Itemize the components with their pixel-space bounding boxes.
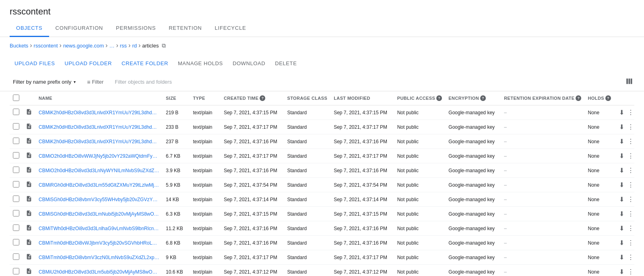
name-col-header[interactable]: Name	[35, 91, 163, 105]
row-checkbox[interactable]	[13, 167, 19, 173]
row-more-button[interactable]: ⋮	[627, 180, 635, 189]
filter-chip[interactable]: ≡ Filter	[84, 77, 107, 87]
row-more-button[interactable]: ⋮	[627, 267, 635, 276]
row-download-button[interactable]: ⬇	[617, 253, 626, 262]
filter-dropdown[interactable]: Filter by name prefix only ▾	[10, 77, 79, 87]
row-download-button[interactable]: ⬇	[617, 137, 626, 146]
upload-folder-button[interactable]: UPLOAD FOLDER	[60, 57, 117, 70]
row-checkbox[interactable]	[13, 181, 19, 187]
modified-col-header[interactable]: Last modified	[330, 91, 394, 105]
row-more-button[interactable]: ⋮	[627, 122, 635, 132]
row-actions-cell[interactable]: ⬇ ⋮	[614, 105, 634, 119]
row-more-button[interactable]: ⋮	[627, 224, 635, 233]
row-checkbox-cell[interactable]	[10, 192, 23, 207]
manage-holds-button[interactable]: MANAGE HOLDS	[173, 57, 228, 70]
created-col-header[interactable]: Created time ?	[221, 91, 284, 105]
holds-help-icon[interactable]: ?	[605, 95, 611, 101]
row-name-link[interactable]: CBMiRGh0dHBzOi8vd3d3Lm55dGltZXMuY29tLzlw…	[39, 182, 159, 188]
row-more-button[interactable]: ⋮	[627, 137, 635, 146]
upload-files-button[interactable]: UPLOAD FILES	[10, 57, 60, 70]
row-actions-cell[interactable]: ⬇ ⋮	[614, 250, 634, 264]
row-more-button[interactable]: ⋮	[627, 108, 635, 117]
row-name-cell[interactable]: CBMiK2h0dHBzOi8vd3d3LnlvdXR1YmUuY29tL3dh…	[35, 134, 163, 149]
row-download-button[interactable]: ⬇	[617, 108, 626, 117]
row-checkbox-cell[interactable]	[10, 221, 23, 236]
row-checkbox-cell[interactable]	[10, 265, 23, 276]
row-download-button[interactable]: ⬇	[617, 267, 626, 276]
row-name-link[interactable]: CBMiK2h0dHBzOi8vd3d3LnlvdXR1YmUuY29tL3dh…	[39, 110, 159, 115]
tab-permissions[interactable]: PERMISSIONS	[109, 20, 162, 37]
ret-col-header[interactable]: Retention expiration date ?	[501, 91, 584, 105]
row-download-button[interactable]: ⬇	[617, 195, 626, 204]
row-download-button[interactable]: ⬇	[617, 151, 626, 161]
created-help-icon[interactable]: ?	[260, 95, 265, 101]
row-more-button[interactable]: ⋮	[627, 253, 635, 262]
tab-configuration[interactable]: CONFIGURATION	[49, 20, 110, 37]
access-col-header[interactable]: Public access ?	[394, 91, 446, 105]
row-name-cell[interactable]: CBMiU2h0dHBzOi8vd3d3Lm5ubi5jb20vMjAyMS8w…	[35, 265, 163, 276]
select-all-checkbox[interactable]	[13, 95, 19, 101]
breadcrumb-rss[interactable]: rss	[120, 43, 127, 49]
row-name-cell[interactable]: CBMiO2h0dHBzOi8vd3d3LnNyWYNILmNvbS9uZXdZ…	[35, 163, 163, 178]
row-checkbox-cell[interactable]	[10, 105, 23, 120]
row-name-cell[interactable]: CBMiTmh0dHBzOi8vWJjbmV3cy5jb20vSGVhbHRoL…	[35, 236, 163, 250]
row-more-button[interactable]: ⋮	[627, 209, 635, 218]
row-download-button[interactable]: ⬇	[617, 166, 626, 175]
row-name-cell[interactable]: CBMiSGh0dHBzOi8vbmV3cy55WHvby5jb20vZGVzY…	[35, 192, 163, 207]
row-name-link[interactable]: CBMiK2h0dHBzOi8vd3d3LnlvdXR1YmUuY29tL3dh…	[39, 139, 159, 144]
row-more-button[interactable]: ⋮	[627, 238, 635, 247]
row-checkbox[interactable]	[13, 138, 19, 144]
holds-col-header[interactable]: Holds ?	[584, 91, 614, 105]
row-name-link[interactable]: CBMiSGh0dHBzOi8vbmV3cy55WHvby5jb20vZGVzY…	[39, 197, 159, 202]
row-actions-cell[interactable]: ⬇ ⋮	[614, 207, 634, 221]
row-name-link[interactable]: CBMiK2h0dHBzOi8vd3d3LnlvdXR1YmUuY29tL3dh…	[39, 124, 159, 130]
type-col-header[interactable]: Type	[190, 91, 220, 105]
row-name-cell[interactable]: CBMiK2h0dHBzOi8vd3d3LnlvdXR1YmUuY29tL3dh…	[35, 105, 163, 120]
row-name-link[interactable]: CBMiO2h0dHBzOi8vd3d3LnNyWYNILmNvbS9uZXdZ…	[39, 168, 159, 173]
breadcrumb-dotdot[interactable]: …	[109, 43, 114, 49]
row-download-button[interactable]: ⬇	[617, 238, 626, 247]
copy-path-icon[interactable]: ⧉	[162, 42, 166, 49]
row-checkbox-cell[interactable]	[10, 207, 23, 221]
create-folder-button[interactable]: CREATE FOLDER	[117, 57, 173, 70]
row-checkbox[interactable]	[13, 152, 19, 159]
row-checkbox-cell[interactable]	[10, 120, 23, 134]
row-actions-cell[interactable]: ⬇ ⋮	[614, 265, 634, 276]
breadcrumb-buckets[interactable]: Buckets	[10, 43, 28, 49]
row-more-button[interactable]: ⋮	[627, 151, 635, 161]
row-checkbox-cell[interactable]	[10, 163, 23, 178]
row-checkbox[interactable]	[13, 239, 19, 245]
row-name-cell[interactable]: CBMiK2h0dHBzOi8vd3d3LnlvdXR1YmUuY29tL3dh…	[35, 120, 163, 134]
row-name-link[interactable]: CBMiO2h0dHBzOi8vWWJjNy5jb20vY292aWQtdmFy…	[39, 153, 159, 159]
row-more-button[interactable]: ⋮	[627, 166, 635, 175]
row-checkbox-cell[interactable]	[10, 178, 23, 192]
row-checkbox[interactable]	[13, 123, 19, 130]
row-name-link[interactable]: CBMiU2h0dHBzOi8vd3d3Lm5ubi5jb20vMjAyMS8w…	[39, 269, 159, 275]
row-download-button[interactable]: ⬇	[617, 224, 626, 233]
row-name-link[interactable]: CBMiTmh0dHBzOi8vWJjbmV3cy5jb20vSGVhbHRoL…	[39, 240, 159, 246]
row-checkbox-cell[interactable]	[10, 250, 23, 265]
download-button[interactable]: DOWNLOAD	[228, 57, 270, 70]
row-checkbox[interactable]	[13, 196, 19, 202]
row-actions-cell[interactable]: ⬇ ⋮	[614, 178, 634, 192]
row-actions-cell[interactable]: ⬇ ⋮	[614, 192, 634, 206]
storage-col-header[interactable]: Storage class	[284, 91, 330, 105]
row-name-cell[interactable]: CBMiTWh0dHBzOi8vd3d3LnlhaG9vLmNvbS9lbnRl…	[35, 221, 163, 236]
column-toggle-icon[interactable]	[624, 76, 634, 88]
row-checkbox[interactable]	[13, 109, 19, 115]
row-name-cell[interactable]: CBMiO2h0dHBzOi8vWWJjNy5jb20vY292aWQtdmFy…	[35, 149, 163, 163]
row-name-cell[interactable]: CBMiTmh0dHBzOi8vbmV3czN0LmNvbS9uZXdZL2xp…	[35, 250, 163, 265]
enc-help-icon[interactable]: ?	[480, 95, 486, 101]
ret-help-icon[interactable]: ?	[576, 95, 581, 101]
breadcrumb-rd[interactable]: rd	[132, 43, 137, 49]
enc-col-header[interactable]: Encryption ?	[445, 91, 501, 105]
row-actions-cell[interactable]: ⬇ ⋮	[614, 149, 634, 163]
size-col-header[interactable]: Size	[163, 91, 190, 105]
row-checkbox[interactable]	[13, 268, 19, 274]
row-checkbox-cell[interactable]	[10, 149, 23, 163]
tab-objects[interactable]: OBJECTS	[10, 20, 49, 37]
row-checkbox-cell[interactable]	[10, 236, 23, 250]
access-help-icon[interactable]: ?	[436, 95, 442, 101]
row-actions-cell[interactable]: ⬇ ⋮	[614, 236, 634, 250]
row-checkbox[interactable]	[13, 210, 19, 216]
